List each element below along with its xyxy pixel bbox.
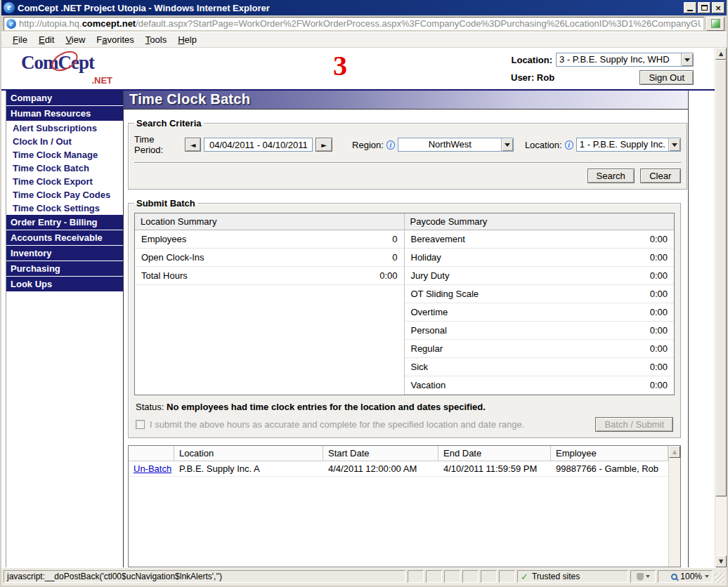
summary-row: Jury Duty0:00 <box>405 267 675 285</box>
scroll-up-icon[interactable]: ▲ <box>669 446 680 458</box>
statusbar-message: javascript:__doPostBack('ctl00$ucNavigat… <box>4 570 405 583</box>
cell-start-date: 4/4/2011 12:00:00 AM <box>323 461 438 477</box>
zoom-panel[interactable]: 100% <box>658 570 713 583</box>
cell-end-date: 4/10/2011 11:59:59 PM <box>438 461 551 477</box>
column-header-employee: Employee <box>551 446 668 461</box>
sidebar-item-order-entry-billing[interactable]: Order Entry - Billing <box>6 215 123 230</box>
sign-out-button[interactable]: Sign Out <box>639 70 694 85</box>
minimize-button[interactable] <box>684 2 696 13</box>
magnifier-icon <box>671 574 677 580</box>
clear-button[interactable]: Clear <box>640 169 681 183</box>
sidebar-item-inventory[interactable]: Inventory <box>6 246 123 260</box>
sidebar-item-clock-in-out[interactable]: Clock In / Out <box>6 135 123 148</box>
statusbar-panel <box>499 570 515 583</box>
column-header-start-date: Start Date <box>323 446 438 461</box>
address-bar: e http://utopia.hq.comcept.net/default.a… <box>1 15 727 32</box>
sidebar-item-accounts-receivable[interactable]: Accounts Receivable <box>6 230 123 245</box>
protected-mode-panel[interactable] <box>630 570 656 583</box>
region-select[interactable]: NorthWest <box>398 138 514 152</box>
close-button[interactable]: × <box>712 2 724 13</box>
scroll-down-icon[interactable]: ▼ <box>715 555 727 567</box>
dropdown-arrow-icon <box>646 575 650 578</box>
window-scrollbar[interactable]: ▲ ▼ <box>715 48 727 567</box>
comcept-logo: ComCept .NET <box>21 52 112 84</box>
time-period-input[interactable] <box>204 138 313 152</box>
time-period-prev-button[interactable]: ◄ <box>185 138 201 152</box>
dropdown-arrow-icon[interactable] <box>668 138 680 151</box>
confirm-checkbox[interactable] <box>136 420 145 429</box>
navigation-sidebar: Company Human Resources Alert Subscripti… <box>1 91 124 567</box>
menu-help[interactable]: Help <box>172 33 202 46</box>
maximize-icon <box>701 5 708 11</box>
sidebar-item-look-ups[interactable]: Look Ups <box>6 277 123 291</box>
statusbar-panel <box>408 570 424 583</box>
sidebar-item-purchasing[interactable]: Purchasing <box>6 261 123 276</box>
menu-edit[interactable]: Edit <box>33 33 60 46</box>
batched-entries-table: Location Start Date End Date Employee Un… <box>128 445 681 567</box>
menu-bar: File Edit View Favorites Tools Help <box>1 32 727 48</box>
batch-submit-button[interactable]: Batch / Submit <box>595 417 673 432</box>
dropdown-arrow-icon[interactable] <box>681 53 693 66</box>
table-scrollbar[interactable]: ▲ <box>668 446 680 567</box>
security-zone-panel[interactable]: ✓ Trusted sites <box>517 570 628 583</box>
user-label: User: Rob <box>511 72 554 83</box>
sidebar-item-time-clock-settings[interactable]: Time Clock Settings <box>6 202 123 215</box>
search-location-select[interactable]: 1 - P.B.E. Supply Inc. <box>576 138 681 152</box>
statusbar-panel <box>481 570 497 583</box>
summary-row: Overtime0:00 <box>405 303 675 322</box>
menu-tools[interactable]: Tools <box>140 33 172 46</box>
protection-icon <box>637 573 644 581</box>
summary-row: OT Sliding Scale0:00 <box>405 285 675 303</box>
summary-row: Sick0:00 <box>405 358 675 376</box>
confirm-label: I submit the above hours as accurate and… <box>150 419 524 430</box>
browser-window: e ComCept .NET Project Utopia - Windows … <box>0 0 728 587</box>
summary-row: Bereavement0:00 <box>405 230 675 249</box>
scroll-up-icon[interactable]: ▲ <box>715 48 727 60</box>
address-input[interactable]: e http://utopia.hq.comcept.net/default.a… <box>4 17 704 31</box>
zoom-level: 100% <box>680 572 702 581</box>
summary-row: Employees0 <box>135 230 404 249</box>
page-title: Time Clock Batch <box>124 91 688 110</box>
window-title: ComCept .NET Project Utopia - Windows In… <box>18 3 684 13</box>
app-header: ComCept .NET 3 Location: 3 - P.B.E. Supp… <box>1 48 715 89</box>
sidebar-item-time-clock-export[interactable]: Time Clock Export <box>6 175 123 188</box>
menu-file[interactable]: File <box>7 33 33 46</box>
sidebar-item-human-resources[interactable]: Human Resources <box>6 106 123 121</box>
menu-favorites[interactable]: Favorites <box>91 33 139 46</box>
dropdown-arrow-icon <box>705 575 709 578</box>
minimize-icon <box>687 10 693 11</box>
scrollbar-track[interactable] <box>715 496 727 555</box>
region-info-icon[interactable]: i <box>386 140 395 150</box>
summary-row: Open Clock-Ins0 <box>135 249 404 267</box>
header-location-select[interactable]: 3 - P.B.E. Supply Inc, WHD <box>556 53 694 67</box>
go-button[interactable] <box>706 17 724 31</box>
page-favicon-icon: e <box>6 19 16 29</box>
search-criteria-section: Search Criteria Time Period: ◄ ► Region:… <box>128 118 687 190</box>
maximize-button[interactable] <box>698 2 710 13</box>
summary-row: Vacation0:00 <box>405 376 675 395</box>
table-row: Un-Batch P.B.E. Supply Inc. A 4/4/2011 1… <box>129 461 668 477</box>
scrollbar-thumb[interactable] <box>715 60 727 496</box>
status-label: Status: <box>136 402 164 412</box>
column-header-end-date: End Date <box>438 446 551 461</box>
search-button[interactable]: Search <box>587 169 635 183</box>
url-text: http://utopia.hq.comcept.net/default.asp… <box>19 18 701 29</box>
sidebar-item-time-clock-batch[interactable]: Time Clock Batch <box>6 161 123 175</box>
cell-location: P.B.E. Supply Inc. A <box>174 461 323 477</box>
paycode-summary-header: Paycode Summary <box>405 213 675 230</box>
un-batch-link[interactable]: Un-Batch <box>134 463 171 474</box>
submit-batch-section: Submit Batch Location Summary Employees0… <box>128 198 681 438</box>
sidebar-item-company[interactable]: Company <box>6 91 123 105</box>
column-header-location: Location <box>174 446 323 461</box>
menu-view[interactable]: View <box>60 33 91 46</box>
column-header-action <box>129 446 174 461</box>
sidebar-item-time-clock-manage[interactable]: Time Clock Manage <box>6 148 123 161</box>
statusbar-panel <box>426 570 442 583</box>
time-period-next-button[interactable]: ► <box>316 138 332 152</box>
location-info-icon[interactable]: i <box>565 140 573 150</box>
resize-grip[interactable] <box>715 573 724 583</box>
summary-table: Location Summary Employees0 Open Clock-I… <box>134 213 675 395</box>
sidebar-item-alert-subscriptions[interactable]: Alert Subscriptions <box>6 121 123 135</box>
dropdown-arrow-icon[interactable] <box>501 138 513 151</box>
sidebar-item-time-clock-pay-codes[interactable]: Time Clock Pay Codes <box>6 188 123 202</box>
